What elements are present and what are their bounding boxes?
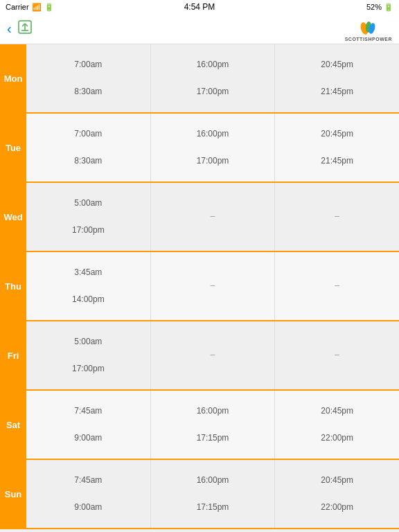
back-button[interactable]: ‹ (7, 21, 12, 37)
dash: – (211, 348, 215, 362)
day-cells: 5:00am17:00pm–– (26, 183, 399, 251)
time-end: 17:00pm (72, 362, 105, 375)
day-cells: 3:45am14:00pm–– (26, 252, 399, 320)
day-row: Sat7:45am9:00am16:00pm17:15pm20:45pm22:0… (0, 391, 399, 460)
battery-percent: 52% (366, 3, 382, 11)
wifi-icon: 📶 (32, 3, 42, 12)
time-end: 9:00am (74, 501, 102, 514)
day-row: Fri5:00am17:00pm–– (0, 321, 399, 391)
time-end: 14:00pm (72, 293, 105, 306)
time-end: 17:15pm (197, 432, 229, 445)
time-end: 22:00pm (321, 432, 353, 445)
status-bar: Carrier 📶 🔋 4:54 PM 52% 🔋 (0, 0, 399, 14)
brand-logo: SCOTTISHPOWER (345, 16, 392, 42)
nav-bar: ‹ SCOTTISHPOWER (0, 14, 399, 44)
time-start: 20:45pm (321, 474, 353, 487)
time-end: 21:45pm (321, 85, 353, 98)
time-cell: 7:00am8:30am (26, 114, 151, 181)
time-cell: – (275, 183, 399, 251)
day-cells: 7:45am9:00am16:00pm17:15pm20:45pm22:00pm (26, 460, 399, 528)
time-cell: 7:45am9:00am (26, 391, 151, 459)
time-end: 17:15pm (197, 501, 229, 514)
time-cell: 16:00pm17:00pm (151, 114, 276, 181)
time-cell: 16:00pm17:15pm (151, 391, 276, 459)
logo-text: SCOTTISHPOWER (345, 37, 392, 42)
time-end: 17:00pm (197, 154, 229, 168)
time-cell: 20:45pm22:00pm (275, 460, 399, 528)
battery-icon: 🔋 (384, 3, 393, 12)
time-end: 9:00am (74, 432, 102, 445)
day-label: Thu (0, 252, 26, 320)
day-row: Tue7:00am8:30am16:00pm17:00pm20:45pm21:4… (0, 114, 399, 183)
dash: – (211, 210, 215, 223)
time-end: 17:00pm (197, 85, 229, 98)
time-start: 7:45am (74, 405, 102, 418)
time-cell: – (275, 321, 399, 389)
day-label: Tue (0, 114, 26, 181)
day-cells: 5:00am17:00pm–– (26, 321, 399, 389)
day-label: Wed (0, 183, 26, 251)
time-cell: 5:00am17:00pm (26, 183, 151, 251)
time-cell: 7:00am8:30am (26, 44, 151, 112)
day-row: Mon7:00am8:30am16:00pm17:00pm20:45pm21:4… (0, 44, 399, 114)
dash: – (335, 348, 339, 362)
time-end: 21:45pm (321, 154, 353, 168)
time-start: 7:45am (74, 474, 102, 487)
day-label: Fri (0, 321, 26, 389)
day-cells: 7:00am8:30am16:00pm17:00pm20:45pm21:45pm (26, 44, 399, 112)
status-left: Carrier 📶 🔋 (6, 3, 54, 12)
time-cell: – (275, 252, 399, 320)
export-icon (17, 19, 33, 35)
time-cell: 20:45pm21:45pm (275, 44, 399, 112)
day-label: Sat (0, 391, 26, 459)
dash: – (335, 210, 339, 223)
time-cell: 16:00pm17:00pm (151, 44, 276, 112)
time-end: 8:30am (74, 154, 102, 168)
time-start: 16:00pm (197, 58, 229, 71)
schedule-container: Mon7:00am8:30am16:00pm17:00pm20:45pm21:4… (0, 44, 399, 532)
day-row: Wed5:00am17:00pm–– (0, 183, 399, 252)
time-start: 7:00am (74, 58, 102, 71)
status-right: 52% 🔋 (366, 3, 393, 12)
time-cell: – (151, 183, 276, 251)
nav-left: ‹ (7, 19, 33, 38)
time-cell: 7:45am9:00am (26, 460, 151, 528)
time-start: 5:00am (74, 335, 102, 348)
scottishpower-logo-svg (356, 16, 381, 37)
status-time: 4:54 PM (184, 2, 215, 12)
time-cell: 5:00am17:00pm (26, 321, 151, 389)
time-cell: 16:00pm17:15pm (151, 460, 276, 528)
time-cell: 20:45pm22:00pm (275, 391, 399, 459)
dash: – (335, 279, 339, 292)
time-start: 16:00pm (197, 127, 229, 141)
time-end: 17:00pm (72, 224, 105, 237)
time-cell: – (151, 252, 276, 320)
dash: – (211, 279, 215, 292)
time-start: 20:45pm (321, 127, 353, 141)
day-label: Mon (0, 44, 26, 112)
day-row: Sun7:45am9:00am16:00pm17:15pm20:45pm22:0… (0, 460, 399, 529)
day-row: Thu3:45am14:00pm–– (0, 252, 399, 321)
time-cell: 20:45pm21:45pm (275, 114, 399, 181)
time-start: 5:00am (74, 197, 102, 210)
day-cells: 7:00am8:30am16:00pm17:00pm20:45pm21:45pm (26, 114, 399, 181)
time-start: 3:45am (74, 266, 102, 279)
battery-small-icon: 🔋 (44, 3, 54, 12)
day-label: Sun (0, 460, 26, 528)
time-start: 20:45pm (321, 58, 353, 71)
time-start: 20:45pm (321, 405, 353, 418)
carrier-label: Carrier (6, 3, 29, 11)
time-start: 16:00pm (197, 405, 229, 418)
day-cells: 7:45am9:00am16:00pm17:15pm20:45pm22:00pm (26, 391, 399, 459)
export-button[interactable] (17, 19, 33, 38)
time-end: 22:00pm (321, 501, 353, 514)
time-end: 8:30am (74, 85, 102, 98)
time-cell: 3:45am14:00pm (26, 252, 151, 320)
time-cell: – (151, 321, 276, 389)
time-start: 7:00am (74, 127, 102, 141)
time-start: 16:00pm (197, 474, 229, 487)
